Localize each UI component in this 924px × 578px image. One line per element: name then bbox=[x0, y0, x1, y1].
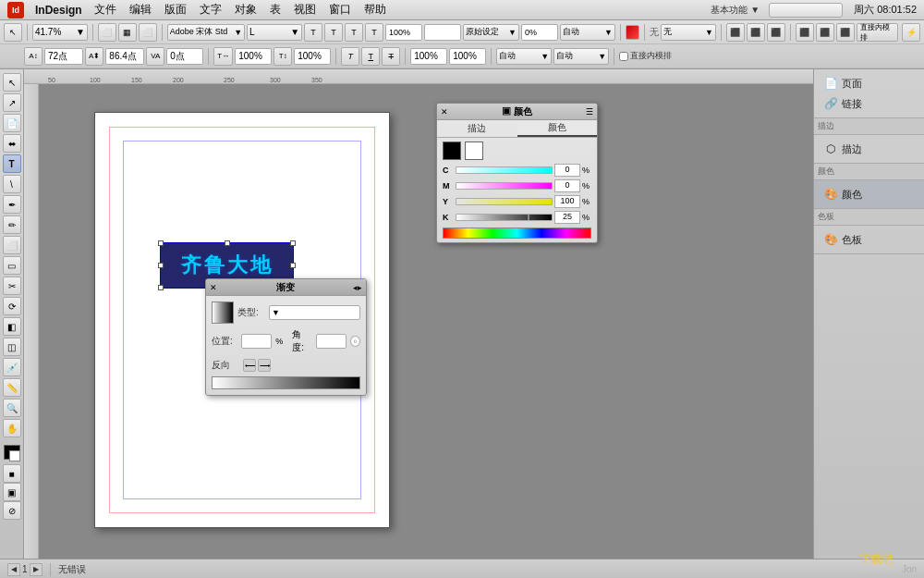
lightning-btn[interactable]: ⚡ bbox=[902, 23, 920, 42]
color-swatch-btn[interactable] bbox=[626, 25, 639, 40]
k-slider[interactable] bbox=[456, 214, 553, 221]
baseline-btn[interactable]: A⬍ bbox=[85, 47, 103, 66]
auto-dropdown[interactable]: 自动▼ bbox=[560, 24, 615, 41]
color-panel-close[interactable]: ✕ bbox=[441, 107, 448, 117]
prev-page-btn[interactable]: ◀ bbox=[7, 563, 20, 576]
underline-btn[interactable]: T bbox=[361, 47, 380, 66]
menu-text[interactable]: 文字 bbox=[195, 2, 226, 18]
cols-btn-1[interactable]: ⬛ bbox=[796, 23, 814, 42]
text-tool[interactable]: T bbox=[3, 154, 21, 173]
align-left-btn[interactable]: T bbox=[304, 23, 322, 42]
c-value[interactable]: 0 bbox=[554, 164, 580, 177]
canvas-inner[interactable]: 齐鲁大地 ✕ 渐变 ◂▸ bbox=[39, 84, 813, 559]
gradient-close-btn[interactable]: ✕ bbox=[210, 283, 217, 292]
reverse-icon-2[interactable]: ⟶ bbox=[258, 359, 271, 372]
gradient-fill-btn[interactable]: ▣ bbox=[3, 483, 21, 501]
select-tool-btn[interactable]: ↖ bbox=[4, 23, 22, 42]
angle-input[interactable] bbox=[316, 334, 346, 349]
direct-inline-btn[interactable]: 直接内模排 bbox=[857, 23, 898, 42]
zoom-dropdown[interactable]: 41.7%▼ bbox=[32, 24, 88, 41]
font-family-dropdown[interactable]: Adobe 宋体 Std▼ bbox=[167, 24, 245, 41]
scissors-tool[interactable]: ✂ bbox=[3, 277, 21, 295]
menu-table[interactable]: 表 bbox=[265, 2, 286, 18]
color-panel-menu[interactable]: ☰ bbox=[586, 107, 593, 117]
strikethrough-btn[interactable]: T bbox=[382, 47, 400, 66]
gradient-feather-tool[interactable]: ◫ bbox=[3, 338, 21, 356]
zoom-tool[interactable]: 🔍 bbox=[3, 399, 21, 417]
rect-tool[interactable]: ▭ bbox=[3, 256, 21, 275]
font-style-dropdown[interactable]: L▼ bbox=[247, 24, 302, 41]
align-top-btn[interactable]: ⬛ bbox=[726, 23, 745, 42]
eyedropper-tool[interactable]: 💉 bbox=[3, 358, 21, 376]
y-slider[interactable] bbox=[456, 198, 553, 205]
handle-mr[interactable] bbox=[290, 263, 296, 268]
align-mid-btn[interactable]: ⬛ bbox=[747, 23, 765, 42]
hand-tool[interactable]: ✋ bbox=[3, 419, 21, 437]
menu-window[interactable]: 窗口 bbox=[324, 2, 356, 18]
fg-swatch[interactable] bbox=[443, 141, 461, 160]
gradient-expand-btn[interactable]: ◂▸ bbox=[353, 283, 362, 292]
menu-indesign[interactable]: InDesign bbox=[31, 4, 86, 17]
menu-view[interactable]: 视图 bbox=[289, 2, 321, 18]
menu-edit[interactable]: 编辑 bbox=[125, 2, 156, 18]
cols-btn-3[interactable]: ⬛ bbox=[836, 23, 855, 42]
stroke-item[interactable]: ⬡ 描边 bbox=[820, 139, 918, 159]
cols-btn-2[interactable]: ⬛ bbox=[816, 23, 834, 42]
menu-layout[interactable]: 版面 bbox=[160, 2, 191, 18]
direct-inline-checkbox[interactable] bbox=[619, 52, 628, 61]
canvas-area[interactable]: 50 100 150 200 250 300 350 齐鲁大地 bbox=[24, 69, 813, 559]
kern-btn[interactable]: VA bbox=[146, 47, 164, 66]
pencil-tool[interactable]: ✏ bbox=[3, 215, 21, 234]
solid-fill-btn[interactable]: ■ bbox=[3, 464, 21, 483]
align-justify-btn[interactable]: T bbox=[365, 23, 383, 42]
tab-stroke[interactable]: 描边 bbox=[437, 120, 517, 137]
menu-help[interactable]: 帮助 bbox=[359, 2, 391, 18]
links-item[interactable]: 🔗 链接 bbox=[820, 93, 918, 114]
scale-x-input[interactable]: 100% bbox=[235, 48, 272, 65]
align-dropdown[interactable]: 原始设定▼ bbox=[463, 24, 519, 41]
view-btn-1[interactable]: ⬜ bbox=[98, 23, 116, 42]
m-slider[interactable] bbox=[456, 182, 553, 190]
stroke-input[interactable]: 0% bbox=[521, 24, 558, 41]
view-btn-2[interactable]: ▦ bbox=[118, 23, 137, 42]
handle-tm[interactable] bbox=[225, 240, 230, 246]
scale-y-btn[interactable]: T↕ bbox=[274, 47, 292, 66]
align-center-btn[interactable]: T bbox=[324, 23, 343, 42]
fill-color-swatch[interactable] bbox=[4, 445, 20, 460]
italic-btn[interactable]: T bbox=[341, 47, 359, 66]
kern-input[interactable]: 0点 bbox=[166, 48, 203, 65]
menu-object[interactable]: 对象 bbox=[230, 2, 261, 18]
font-size2-input[interactable] bbox=[424, 24, 461, 41]
swatches-item[interactable]: 🎨 色板 bbox=[820, 229, 918, 250]
view-btn-3[interactable]: ⬜ bbox=[139, 23, 157, 42]
search-field[interactable] bbox=[769, 3, 843, 18]
align-right-btn[interactable]: T bbox=[345, 23, 363, 42]
handle-ml[interactable] bbox=[158, 263, 164, 268]
line-tool[interactable]: \ bbox=[3, 175, 21, 193]
pen-tool[interactable]: ✒ bbox=[3, 195, 21, 214]
pages-item[interactable]: 📄 页面 bbox=[820, 73, 918, 93]
auto-dropdown2[interactable]: 自动▼ bbox=[496, 48, 552, 65]
type-dropdown[interactable]: ▼ bbox=[269, 305, 360, 320]
page-tool[interactable]: 📄 bbox=[3, 114, 21, 132]
reverse-icon-1[interactable]: ⟵ bbox=[243, 359, 256, 372]
gap-tool[interactable]: ⬌ bbox=[3, 134, 21, 153]
tracking2-input[interactable]: 100% bbox=[449, 48, 486, 65]
font-none-dropdown[interactable]: 无▼ bbox=[661, 24, 716, 41]
gradient-swatch-tool[interactable]: ◧ bbox=[3, 317, 21, 336]
scale-x-btn[interactable]: T↔ bbox=[213, 47, 233, 66]
k-value[interactable]: 25 bbox=[554, 211, 580, 224]
align-bot-btn[interactable]: ⬛ bbox=[767, 23, 785, 42]
menu-file[interactable]: 文件 bbox=[90, 2, 121, 18]
workspace-selector[interactable]: 基本功能 ▼ bbox=[711, 4, 760, 17]
color-panel-header[interactable]: ✕ ▣ 颜色 ☰ bbox=[437, 104, 597, 120]
font-size-btn[interactable]: A↕ bbox=[24, 47, 43, 66]
handle-tl[interactable] bbox=[158, 240, 164, 246]
rect-frame-tool[interactable]: ⬜ bbox=[3, 236, 21, 254]
angle-dial[interactable]: ○ bbox=[350, 336, 360, 347]
tab-fill[interactable]: 颜色 bbox=[517, 120, 598, 137]
color-item[interactable]: 🎨 颜色 bbox=[820, 184, 918, 204]
gradient-preview-bar[interactable] bbox=[212, 376, 360, 389]
no-fill-btn[interactable]: ⊘ bbox=[3, 501, 21, 520]
scale-y-input[interactable]: 100% bbox=[294, 48, 331, 65]
